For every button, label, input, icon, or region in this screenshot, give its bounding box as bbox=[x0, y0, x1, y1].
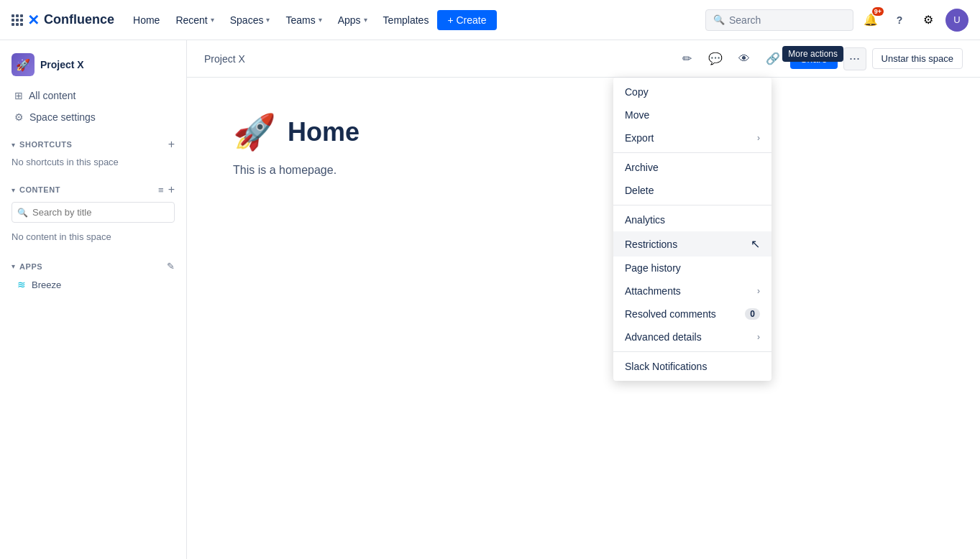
nav-spaces[interactable]: Spaces▾ bbox=[223, 10, 278, 30]
menu-item-label: Export bbox=[625, 132, 654, 144]
unstar-button[interactable]: Unstar this space bbox=[872, 48, 963, 69]
nav-templates[interactable]: Templates bbox=[376, 10, 436, 30]
topnav-right: 🔍 Search 🔔 9+ ? ⚙ U bbox=[705, 9, 968, 32]
content-title: CONTENT bbox=[19, 185, 60, 194]
sidebar-item-all-content[interactable]: ⊞ All content bbox=[3, 85, 183, 106]
menu-item-resolved-comments[interactable]: Resolved comments 0 bbox=[613, 302, 771, 325]
menu-item-page-history[interactable]: Page history bbox=[613, 257, 771, 280]
create-button[interactable]: + Create bbox=[437, 10, 496, 30]
notif-badge: 9+ bbox=[872, 7, 884, 17]
avatar[interactable]: U bbox=[945, 9, 968, 32]
menu-item-delete[interactable]: Delete bbox=[613, 179, 771, 202]
help-icon: ? bbox=[897, 14, 903, 26]
page-body: 🚀 Home This is a homepage. bbox=[187, 78, 980, 559]
menu-item-attachments[interactable]: Attachments › bbox=[613, 280, 771, 302]
nav-recent[interactable]: Recent▾ bbox=[168, 10, 221, 30]
page-title-row: 🚀 Home bbox=[233, 112, 934, 152]
nav-teams[interactable]: Teams▾ bbox=[278, 10, 329, 30]
chevron-right-icon: › bbox=[757, 133, 760, 143]
menu-item-label: Move bbox=[625, 109, 649, 121]
no-content-text: No content in this space bbox=[0, 228, 186, 248]
menu-item-export[interactable]: Export › bbox=[613, 126, 771, 149]
watch-button[interactable]: 👁 bbox=[733, 47, 756, 70]
menu-item-archive[interactable]: Archive bbox=[613, 156, 771, 179]
layout: 🚀 Project X ⊞ All content ⚙ Space settin… bbox=[0, 40, 980, 559]
top-nav: ✕ Confluence Home Recent▾ Spaces▾ Teams▾… bbox=[0, 0, 980, 40]
menu-divider-2 bbox=[613, 205, 771, 205]
chevron-right-icon: › bbox=[757, 332, 760, 342]
nav-links: Home Recent▾ Spaces▾ Teams▾ Apps▾ Templa… bbox=[126, 10, 700, 30]
content-chevron[interactable]: ▾ bbox=[12, 186, 15, 194]
menu-item-label: Archive bbox=[625, 162, 659, 173]
search-by-title-input[interactable] bbox=[12, 202, 175, 223]
chevron-right-icon: › bbox=[757, 286, 760, 296]
menu-item-label: Advanced details bbox=[625, 331, 702, 343]
more-actions-button[interactable]: ··· bbox=[843, 47, 866, 70]
sidebar-item-label: Space settings bbox=[29, 111, 96, 123]
menu-item-restrictions[interactable]: Restrictions ↖ bbox=[613, 231, 771, 257]
breadcrumb: Project X bbox=[204, 53, 245, 65]
help-button[interactable]: ? bbox=[888, 9, 911, 32]
menu-item-label: Resolved comments bbox=[625, 308, 716, 320]
menu-item-label: Delete bbox=[625, 185, 654, 196]
shortcuts-title: SHORTCUTS bbox=[19, 140, 72, 149]
no-shortcuts-text: No shortcuts in this space bbox=[0, 154, 186, 173]
avatar-initials: U bbox=[953, 14, 960, 25]
sidebar: 🚀 Project X ⊞ All content ⚙ Space settin… bbox=[0, 40, 187, 559]
menu-item-label: Slack Notifications bbox=[625, 361, 707, 372]
search-icon: 🔍 bbox=[713, 14, 725, 25]
edit-apps-button[interactable]: ✎ bbox=[167, 261, 175, 272]
copy-link-button[interactable]: 🔗 bbox=[761, 47, 784, 70]
nav-home[interactable]: Home bbox=[126, 10, 167, 30]
cursor-icon: ↖ bbox=[751, 237, 760, 251]
more-actions-dropdown: Copy Move Export › Archive Delete Analyt… bbox=[613, 78, 771, 381]
menu-item-slack-notifications[interactable]: Slack Notifications bbox=[613, 355, 771, 378]
settings-button[interactable]: ⚙ bbox=[917, 9, 940, 32]
logo[interactable]: ✕ Confluence bbox=[12, 11, 114, 29]
breeze-app-item[interactable]: ≋ Breeze bbox=[0, 274, 186, 295]
breeze-icon: ≋ bbox=[17, 279, 26, 290]
menu-divider-3 bbox=[613, 351, 771, 352]
page-title: Home bbox=[288, 117, 360, 147]
page-emoji: 🚀 bbox=[233, 112, 276, 152]
search-field-icon: 🔍 bbox=[17, 208, 28, 218]
menu-item-label: Analytics bbox=[625, 214, 665, 226]
edit-button[interactable]: ✏ bbox=[675, 47, 698, 70]
confluence-logo-text: Confluence bbox=[44, 12, 114, 27]
more-actions-tooltip: More actions bbox=[782, 46, 843, 62]
notifications-button[interactable]: 🔔 9+ bbox=[859, 9, 882, 32]
resolved-comments-badge: 0 bbox=[745, 308, 760, 320]
add-shortcut-button[interactable]: + bbox=[168, 138, 175, 151]
add-content-button[interactable]: + bbox=[168, 183, 175, 196]
comment-button[interactable]: 💬 bbox=[704, 47, 727, 70]
main-content: Project X ✏ 💬 👁 🔗 Share ··· Unstar this … bbox=[187, 40, 980, 559]
menu-item-label: Page history bbox=[625, 262, 681, 274]
page-header: Project X ✏ 💬 👁 🔗 Share ··· Unstar this … bbox=[187, 40, 980, 78]
space-icon: 🚀 bbox=[12, 53, 35, 76]
content-section: ▾ CONTENT ≡ + bbox=[0, 176, 186, 199]
page-subtitle: This is a homepage. bbox=[233, 164, 934, 177]
search-box[interactable]: 🔍 Search bbox=[705, 9, 853, 31]
menu-item-label: Attachments bbox=[625, 285, 681, 297]
menu-item-move[interactable]: Move bbox=[613, 103, 771, 126]
nav-apps[interactable]: Apps▾ bbox=[331, 10, 375, 30]
space-name: Project X bbox=[40, 59, 84, 70]
shortcuts-section: ▾ SHORTCUTS + bbox=[0, 131, 186, 154]
shortcuts-chevron[interactable]: ▾ bbox=[12, 141, 15, 149]
gear-icon: ⚙ bbox=[923, 13, 933, 27]
search-field-wrapper: 🔍 bbox=[12, 202, 175, 223]
breeze-app-label: Breeze bbox=[32, 280, 61, 290]
space-header[interactable]: 🚀 Project X bbox=[0, 49, 186, 85]
menu-item-copy[interactable]: Copy bbox=[613, 80, 771, 103]
filter-content-button[interactable]: ≡ bbox=[158, 185, 164, 195]
sidebar-item-label: All content bbox=[29, 90, 75, 101]
grid-icon: ⊞ bbox=[14, 90, 23, 101]
menu-divider-1 bbox=[613, 152, 771, 153]
menu-item-analytics[interactable]: Analytics bbox=[613, 208, 771, 231]
menu-item-label: Restrictions bbox=[625, 239, 677, 250]
menu-item-advanced-details[interactable]: Advanced details › bbox=[613, 325, 771, 348]
apps-title: APPS bbox=[19, 262, 42, 271]
apps-chevron[interactable]: ▾ bbox=[12, 262, 15, 270]
gear-icon: ⚙ bbox=[14, 111, 24, 123]
sidebar-item-space-settings[interactable]: ⚙ Space settings bbox=[3, 106, 183, 128]
